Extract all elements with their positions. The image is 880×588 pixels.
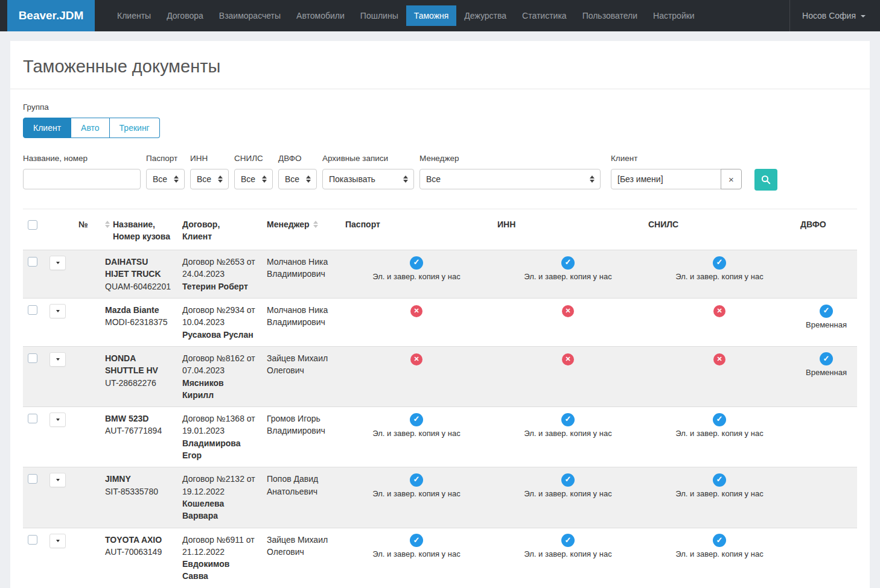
- status-cell: ✕: [493, 346, 643, 406]
- header-name: Название, Номер кузова: [100, 209, 177, 250]
- car-name: JIMNY: [105, 473, 173, 485]
- inn-filter-select[interactable]: Все: [190, 169, 229, 189]
- row-actions-dropdown[interactable]: [49, 256, 66, 270]
- nav-item-2[interactable]: Договора: [159, 5, 211, 26]
- check-icon: ✓: [561, 534, 575, 547]
- nav-item-1[interactable]: Клиенты: [109, 5, 159, 26]
- navbar-menu: КлиентыДоговораВзаиморасчетыАвтомобилиПо…: [109, 0, 703, 31]
- row-number: [74, 299, 100, 347]
- client-name: Владимирова Егор: [182, 437, 257, 462]
- client-name: Евдокимов Савва: [182, 558, 257, 583]
- clear-client-button[interactable]: ×: [721, 169, 742, 189]
- body-number: AUT-76771894: [105, 425, 173, 437]
- row-number: [74, 250, 100, 299]
- row-checkbox[interactable]: [28, 474, 37, 484]
- brand-logo[interactable]: Beaver.JDM: [7, 0, 95, 31]
- sort-icon[interactable]: [105, 221, 110, 242]
- select-arrows-icon: [590, 175, 595, 183]
- dvfo-filter-value: Все: [285, 174, 299, 184]
- status-caption: Эл. и завер. копия у нас: [648, 549, 791, 560]
- nav-item-10[interactable]: Настройки: [645, 5, 703, 26]
- status-cell: ✓Эл. и завер. копия у нас: [493, 407, 643, 467]
- row-actions-dropdown[interactable]: [49, 413, 66, 427]
- user-menu[interactable]: Носов София: [789, 0, 880, 31]
- status-cell: ✕: [643, 346, 796, 406]
- header-passport: Паспорт: [340, 209, 493, 250]
- chevron-down-icon: [56, 358, 60, 361]
- row-checkbox[interactable]: [28, 535, 37, 545]
- nav-item-4[interactable]: Автомобили: [289, 5, 352, 26]
- chevron-down-icon: [56, 262, 60, 264]
- inn-filter-value: Все: [197, 174, 211, 184]
- nav-item-6[interactable]: Таможня: [406, 5, 457, 26]
- manager-filter-value: Все: [426, 174, 441, 184]
- nav-item-7[interactable]: Дежурства: [456, 5, 514, 26]
- group-label: Группа: [23, 103, 857, 112]
- header-dvfo: ДВФО: [796, 209, 857, 250]
- sort-icon[interactable]: [313, 221, 318, 231]
- group-button-2[interactable]: Авто: [71, 118, 110, 138]
- status-cell: [796, 250, 857, 299]
- dvfo-filter-select[interactable]: Все: [278, 169, 317, 189]
- chevron-down-icon: [56, 419, 60, 421]
- chevron-down-icon: [861, 15, 866, 17]
- select-all-checkbox[interactable]: [28, 220, 37, 230]
- contract: Договор №2934 от 10.04.2023: [182, 304, 257, 329]
- car-name: Mazda Biante: [105, 304, 173, 316]
- check-icon: ✓: [410, 473, 423, 487]
- passport-filter-select[interactable]: Все: [146, 169, 185, 189]
- check-icon: ✓: [410, 534, 423, 547]
- row-checkbox[interactable]: [28, 353, 37, 363]
- header-snils: СНИЛС: [643, 209, 796, 250]
- client-filter-input[interactable]: [611, 169, 721, 189]
- snils-filter-label: СНИЛС: [234, 154, 273, 163]
- snils-filter-select[interactable]: Все: [234, 169, 273, 189]
- status-caption: Эл. и завер. копия у нас: [648, 271, 791, 283]
- page-title: Таможенные документы: [23, 57, 857, 77]
- inn-filter-label: ИНН: [190, 154, 229, 163]
- nav-item-9[interactable]: Пользователи: [575, 5, 645, 26]
- group-button-3[interactable]: Трекинг: [110, 118, 160, 138]
- status-cell: ✕: [493, 299, 643, 347]
- archive-filter-select[interactable]: Показывать: [322, 169, 414, 189]
- row-actions-dropdown[interactable]: [49, 352, 66, 367]
- body-number: SIT-85335780: [105, 485, 173, 498]
- filters-panel: Группа КлиентАвтоТрекинг Название, номер…: [23, 89, 857, 191]
- check-icon: ✓: [410, 413, 423, 426]
- status-caption: Временная: [800, 367, 852, 379]
- table-header-row: № Название, Номер кузова Договор, Клиент: [23, 209, 857, 250]
- body-number: AUT-70063149: [105, 546, 173, 558]
- group-button-1[interactable]: Клиент: [23, 118, 71, 138]
- row-checkbox[interactable]: [28, 257, 37, 267]
- row-checkbox[interactable]: [28, 414, 37, 423]
- status-caption: Эл. и завер. копия у нас: [497, 271, 639, 283]
- nav-item-3[interactable]: Взаиморасчеты: [211, 5, 289, 26]
- body-number: UT-28682276: [105, 377, 173, 389]
- status-caption: Эл. и завер. копия у нас: [345, 271, 488, 283]
- header-inn: ИНН: [493, 209, 643, 250]
- status-cell: ✓Эл. и завер. копия у нас: [340, 528, 493, 588]
- table-row: TOYOTA AXIOAUT-70063149Договор №6911 от …: [23, 528, 857, 588]
- client-name: Тетерин Роберт: [182, 280, 257, 292]
- client-name: Мясников Кирилл: [182, 377, 257, 402]
- table-row: BMW 523DAUT-76771894Договор №1368 от 19.…: [23, 407, 857, 467]
- archive-filter-value: Показывать: [329, 174, 375, 184]
- row-actions-dropdown[interactable]: [49, 534, 66, 548]
- row-checkbox[interactable]: [28, 305, 37, 315]
- manager-filter-label: Менеджер: [419, 154, 601, 163]
- name-filter-input[interactable]: [23, 169, 141, 189]
- status-cell: ✓Временная: [796, 346, 857, 406]
- check-icon: ✓: [713, 473, 726, 487]
- passport-filter-label: Паспорт: [146, 154, 185, 163]
- status-cell: ✓Эл. и завер. копия у нас: [643, 407, 796, 467]
- check-icon: ✓: [713, 534, 726, 547]
- manager-filter-select[interactable]: Все: [419, 169, 601, 189]
- table-row: JIMNYSIT-85335780Договор №2132 от 19.12.…: [23, 467, 857, 528]
- nav-item-5[interactable]: Пошлины: [352, 5, 406, 26]
- row-actions-dropdown[interactable]: [49, 304, 66, 318]
- row-actions-dropdown[interactable]: [49, 473, 66, 487]
- search-button[interactable]: [754, 169, 777, 191]
- manager-name: Попов Давид Анатольевич: [262, 467, 340, 528]
- nav-item-8[interactable]: Статистика: [514, 5, 575, 26]
- car-name: DAIHATSU HIJET TRUCK: [105, 256, 173, 280]
